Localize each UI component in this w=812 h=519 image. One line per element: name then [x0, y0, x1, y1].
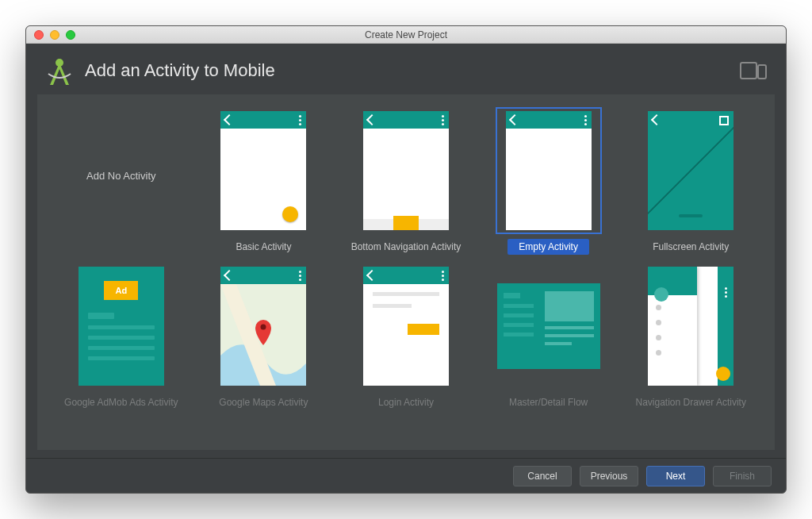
finish-button: Finish	[713, 466, 772, 486]
overflow-icon	[584, 115, 587, 125]
template-label: Navigation Drawer Activity	[636, 394, 746, 410]
fab-icon	[716, 367, 730, 381]
template-login-activity[interactable]: Login Activity	[343, 263, 469, 410]
dialog-window: Create New Project Add an Activity to Mo…	[25, 25, 787, 494]
avatar-icon	[654, 287, 668, 302]
template-fullscreen-activity[interactable]: Fullscreen Activity	[627, 107, 754, 255]
login-button-icon	[408, 324, 439, 335]
previous-button[interactable]: Previous	[580, 466, 638, 486]
template-label: Master/Detail Flow	[509, 394, 588, 410]
template-bottom-navigation-activity[interactable]: Bottom Navigation Activity	[343, 107, 469, 255]
back-arrow-icon	[509, 114, 520, 125]
ad-badge-icon: Ad	[104, 281, 138, 300]
map-icon	[220, 284, 306, 386]
back-arrow-icon	[224, 114, 235, 125]
svg-point-4	[261, 325, 266, 330]
back-arrow-icon	[366, 114, 377, 125]
template-label: Google Maps Activity	[219, 394, 308, 410]
next-button[interactable]: Next	[646, 466, 705, 486]
overflow-icon	[299, 271, 301, 281]
template-label: Fullscreen Activity	[653, 239, 729, 255]
titlebar: Create New Project	[26, 26, 786, 44]
back-arrow-icon	[366, 270, 377, 281]
template-master-detail-flow[interactable]: Master/Detail Flow	[485, 263, 612, 410]
overflow-icon	[442, 271, 444, 281]
template-navigation-drawer-activity[interactable]: Navigation Drawer Activity	[627, 263, 754, 410]
template-gallery: Add No Activity Basic Activity Bottom Na…	[37, 94, 775, 450]
template-empty-activity[interactable]: Empty Activity	[485, 107, 612, 255]
template-add-no-activity[interactable]: Add No Activity	[58, 107, 185, 255]
template-label: Add No Activity	[86, 167, 155, 183]
template-label: Google AdMob Ads Activity	[64, 394, 178, 410]
window-title: Create New Project	[26, 29, 786, 40]
template-label: Login Activity	[378, 394, 434, 410]
wizard-footer: Cancel Previous Next Finish	[26, 458, 786, 493]
template-label: Basic Activity	[236, 239, 291, 255]
cancel-button[interactable]: Cancel	[513, 466, 572, 486]
fab-icon	[282, 206, 298, 222]
overflow-icon	[725, 287, 727, 298]
page-title: Add an Activity to Mobile	[85, 60, 275, 81]
template-google-maps-activity[interactable]: Google Maps Activity	[201, 263, 327, 410]
template-label: Empty Activity	[508, 239, 589, 255]
android-studio-icon	[44, 55, 75, 86]
bottom-nav-icon	[363, 219, 449, 230]
template-label: Bottom Navigation Activity	[351, 239, 462, 255]
form-factor-icon	[740, 60, 768, 81]
wizard-header: Add an Activity to Mobile	[26, 44, 786, 94]
svg-rect-1	[741, 63, 756, 79]
template-basic-activity[interactable]: Basic Activity	[201, 107, 327, 255]
svg-rect-2	[758, 65, 766, 79]
back-arrow-icon	[224, 270, 235, 281]
template-google-admob-ads-activity[interactable]: Ad Google AdMob Ads Activity	[58, 263, 185, 410]
overflow-icon	[442, 115, 444, 125]
overflow-icon	[299, 115, 301, 125]
